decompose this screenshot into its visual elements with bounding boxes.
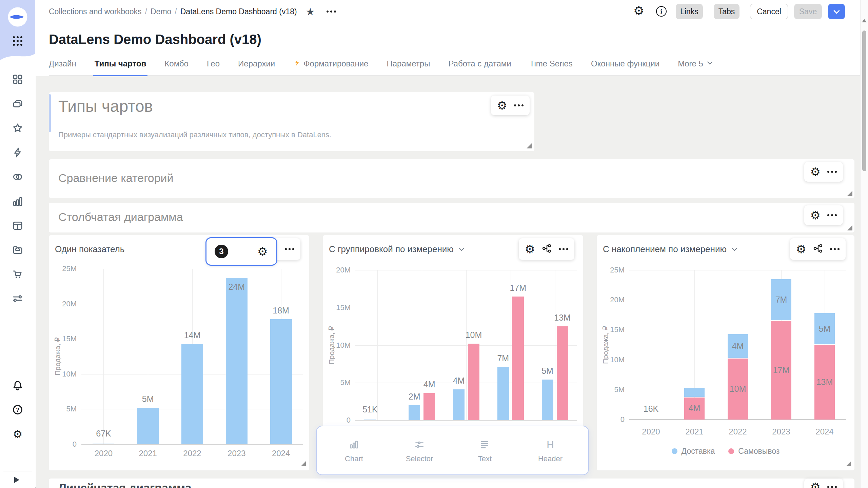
chart-bar[interactable] (137, 408, 159, 444)
widget-settings-icon[interactable]: ⚙ (257, 246, 268, 257)
x-tick-label: 2022 (175, 449, 209, 458)
chart-bar[interactable] (497, 367, 509, 420)
chart-title: С накоплением по измерению (603, 244, 736, 255)
widget-settings-icon[interactable]: ⚙ (810, 166, 821, 178)
sidebar-expand-icon[interactable] (14, 477, 19, 483)
more-actions-icon[interactable] (827, 214, 837, 216)
chart-bar[interactable] (270, 319, 292, 444)
widget-controls: ⚙ (519, 238, 574, 260)
app-grid-icon[interactable] (13, 36, 22, 46)
files-folder-icon[interactable] (12, 244, 24, 256)
resize-handle[interactable] (847, 225, 852, 230)
chart-bar[interactable] (409, 405, 420, 420)
selection-overlay[interactable]: 3⚙ (205, 237, 277, 266)
chart-bar[interactable] (226, 278, 248, 444)
tab-типы-чартов[interactable]: Типы чартов (95, 59, 146, 75)
chevron-down-icon[interactable] (459, 246, 465, 251)
tab-иерархии[interactable]: Иерархии (238, 59, 275, 75)
settings-gear-icon[interactable]: ⚙ (12, 428, 24, 440)
tab-параметры[interactable]: Параметры (387, 59, 430, 75)
bell-icon[interactable] (12, 379, 24, 391)
toolbar-item-header[interactable]: HHeader (523, 426, 577, 476)
chart-bar[interactable] (557, 326, 568, 420)
resize-handle[interactable] (527, 143, 532, 148)
links-button[interactable]: Links (676, 4, 703, 19)
tab-гео[interactable]: Гео (207, 59, 220, 75)
scroll-up-icon[interactable] (862, 19, 867, 22)
relations-icon[interactable] (813, 243, 823, 255)
header-icon: H (545, 439, 556, 450)
widget-settings-icon[interactable]: ⚙ (810, 209, 821, 221)
dashboards-icon[interactable] (12, 73, 24, 85)
more-actions-icon[interactable] (827, 171, 837, 173)
marketplace-cart-icon[interactable] (12, 268, 24, 280)
section-card-comparison: Сравнение категорий ⚙ (49, 159, 854, 198)
y-tick-label: 5M (53, 405, 77, 413)
cancel-button[interactable]: Cancel (750, 4, 788, 19)
charts-icon[interactable] (12, 195, 24, 207)
tab-more-5[interactable]: More 5 (678, 59, 712, 75)
widget-settings-icon[interactable]: ⚙ (497, 100, 507, 111)
tab-time-series[interactable]: Time Series (530, 59, 573, 75)
data-label: 5M (809, 324, 840, 334)
collections-icon[interactable] (12, 98, 24, 110)
selection-count-badge: 3 (215, 245, 228, 258)
breadcrumb-item[interactable]: Demo (151, 7, 171, 16)
more-actions-icon[interactable] (830, 248, 840, 250)
relations-icon[interactable] (542, 243, 552, 255)
section-title: Столбчатая диаграмма (58, 210, 183, 224)
scrollbar-thumb[interactable] (862, 30, 866, 171)
chart-card-1: Один показатель⚙3⚙25M20M15M10M5M02020202… (49, 235, 309, 470)
widget-settings-icon[interactable]: ⚙ (525, 243, 535, 255)
services-sliders-icon[interactable] (12, 292, 24, 305)
legend-item[interactable]: Доставка (672, 447, 715, 456)
resize-handle[interactable] (847, 191, 852, 196)
legend-item[interactable]: Самовывоз (728, 447, 780, 456)
widget-controls: ⚙ (804, 205, 843, 225)
more-actions-icon[interactable] (285, 248, 294, 250)
toolbar-item-chart[interactable]: Chart (327, 426, 381, 476)
chart-bar[interactable] (512, 297, 524, 421)
tables-icon[interactable] (12, 220, 24, 232)
chart-bar[interactable] (364, 420, 376, 420)
tab-работа-с-датами[interactable]: Работа с датами (448, 59, 511, 75)
tab-форматирование[interactable]: Форматирование (293, 59, 368, 75)
toolbar-item-label: Header (538, 454, 563, 463)
resize-handle[interactable] (846, 461, 851, 466)
save-button[interactable]: Save (794, 4, 822, 19)
help-icon[interactable]: ? (12, 404, 24, 416)
chart-bar[interactable] (93, 444, 114, 444)
widget-settings-icon[interactable]: ⚙ (810, 481, 821, 488)
toolbar-item-selector[interactable]: Selector (392, 426, 447, 476)
more-actions-icon[interactable] (327, 11, 336, 13)
tab-комбо[interactable]: Комбо (164, 59, 189, 75)
chart-bar[interactable] (684, 388, 705, 397)
info-icon[interactable]: i (656, 6, 667, 17)
tab-дизайн[interactable]: Дизайн (49, 59, 76, 75)
dashboard-settings-icon[interactable]: ⚙ (633, 5, 644, 17)
favorite-star-icon[interactable]: ★ (306, 6, 315, 18)
scrollbar[interactable] (860, 0, 868, 488)
favorites-star-icon[interactable] (12, 122, 24, 134)
chart-bar[interactable] (453, 389, 465, 420)
chevron-down-icon[interactable] (732, 246, 737, 251)
widget-settings-icon[interactable]: ⚙ (796, 243, 806, 255)
editor-lightning-icon[interactable] (12, 146, 24, 159)
tabs-button[interactable]: Tabs (714, 4, 739, 19)
chart-bar[interactable] (181, 344, 203, 444)
save-dropdown-button[interactable] (828, 4, 845, 19)
datalens-logo[interactable] (7, 7, 28, 27)
more-actions-icon[interactable] (514, 104, 524, 106)
toolbar-item-text[interactable]: Text (458, 426, 512, 476)
tab-оконные-функции[interactable]: Оконные функции (591, 59, 659, 75)
widget-controls: ⚙ (491, 96, 530, 115)
chart-bar[interactable] (423, 393, 435, 420)
more-actions-icon[interactable] (827, 486, 837, 488)
chart-bar[interactable] (468, 344, 479, 420)
breadcrumb-item[interactable]: Collections and workbooks (49, 7, 142, 16)
connections-icon[interactable] (12, 171, 24, 183)
chart-bar[interactable] (542, 380, 553, 420)
resize-handle[interactable] (301, 461, 306, 466)
chart-title: Один показатель (55, 244, 124, 255)
more-actions-icon[interactable] (559, 248, 568, 250)
